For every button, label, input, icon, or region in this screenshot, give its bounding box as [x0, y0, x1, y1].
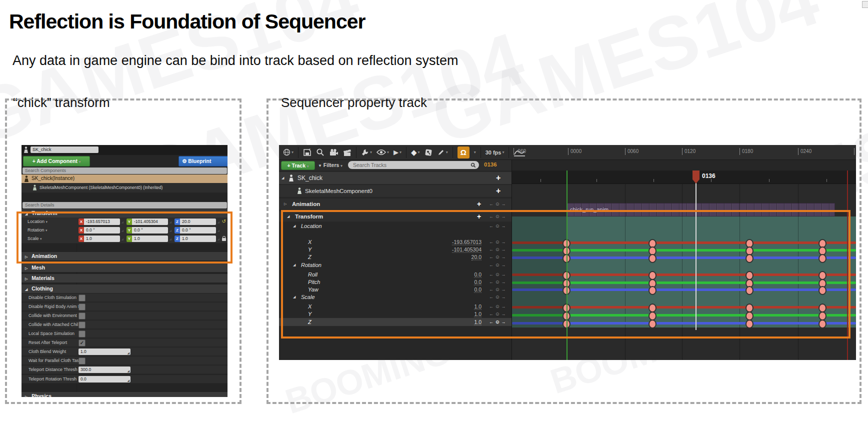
- location-z-value[interactable]: 20.0: [180, 218, 216, 225]
- ruler-tick-label[interactable]: 0180: [740, 148, 753, 155]
- key-next-icon[interactable]: →: [502, 312, 506, 316]
- section-clothing[interactable]: ◢ Clothing: [22, 284, 228, 293]
- keyframe-nav[interactable]: ←⊙→: [489, 320, 511, 324]
- key-next-icon[interactable]: →: [502, 247, 506, 252]
- ruler-tick-label[interactable]: 0300: [854, 148, 856, 155]
- key-add-icon[interactable]: ⊙: [496, 240, 500, 244]
- key-next-icon[interactable]: →: [502, 224, 506, 228]
- channel-value[interactable]: 0.0: [474, 271, 482, 278]
- track-row-channel[interactable]: Z 20.0 ←⊙→: [279, 253, 512, 260]
- rotation-x-field[interactable]: X 0.0 ° ◢: [78, 227, 124, 234]
- key-prev-icon[interactable]: ←: [489, 312, 494, 316]
- scale-x-field[interactable]: X 1.0 ◢: [78, 236, 124, 242]
- keyframe-nav[interactable]: ←⊙→: [489, 247, 511, 252]
- key-next-icon[interactable]: →: [502, 254, 506, 260]
- key-add-icon[interactable]: ⊙: [496, 294, 500, 300]
- key-next-icon[interactable]: →: [502, 304, 506, 309]
- key-prev-icon[interactable]: ←: [489, 262, 494, 268]
- key-prev-icon[interactable]: ←: [489, 280, 494, 284]
- section-transform[interactable]: ◢ Transform: [22, 209, 228, 218]
- scale-z-field[interactable]: Z 1.0 ◢: [174, 236, 220, 242]
- keyframe-nav[interactable]: ←⊙→: [489, 262, 511, 268]
- key-prev-icon[interactable]: ←: [489, 247, 494, 252]
- ruler-tick-label[interactable]: 0000: [568, 148, 582, 155]
- ruler-tick-label[interactable]: 0060: [625, 148, 638, 155]
- location-x-value[interactable]: -193.657013: [84, 218, 120, 225]
- track-row-channel[interactable]: Y -101.405304 ←⊙→: [279, 246, 512, 253]
- rotation-z-field[interactable]: Z 0.0 ° ◢: [174, 227, 220, 234]
- section-animation[interactable]: ▷ Animation: [22, 252, 228, 260]
- cloth-blend-weight-field[interactable]: 1.0◢: [78, 348, 130, 355]
- key-next-icon[interactable]: →: [502, 240, 506, 244]
- scale-y-field[interactable]: Y 1.0 ◢: [126, 236, 172, 242]
- location-y-value[interactable]: -101.405304: [132, 218, 168, 225]
- keyframe-nav[interactable]: ←⊙→: [489, 287, 511, 292]
- channel-value[interactable]: 1.0: [474, 319, 482, 326]
- key-prev-icon[interactable]: ←: [489, 202, 494, 206]
- key-add-icon[interactable]: ⊙: [496, 272, 500, 277]
- add-section-icon[interactable]: +: [496, 186, 500, 196]
- rotation-y-value[interactable]: 0.0 °: [132, 227, 168, 234]
- teleport-distance-field[interactable]: 300.0◢: [78, 366, 130, 373]
- rotation-x-value[interactable]: 0.0 °: [84, 227, 120, 234]
- key-prev-icon[interactable]: ←: [489, 240, 494, 244]
- search-components-input[interactable]: Search Components: [22, 168, 227, 174]
- keyframe-nav[interactable]: ←⊙→: [489, 240, 511, 244]
- key-add-icon[interactable]: ⊙: [496, 247, 500, 252]
- key-next-icon[interactable]: →: [502, 320, 506, 324]
- add-component-button[interactable]: + Add Component ▾: [23, 156, 90, 166]
- key-add-icon[interactable]: ⊙: [496, 202, 500, 206]
- channel-value[interactable]: 20.0: [472, 254, 482, 260]
- scale-y-value[interactable]: 1.0: [132, 236, 168, 242]
- track-row-channel[interactable]: X 1.0 ←⊙→: [279, 302, 512, 310]
- track-row-channel[interactable]: Y 1.0 ←⊙→: [279, 310, 512, 318]
- track-row-component[interactable]: SkeletalMeshComponent0 +: [279, 185, 512, 197]
- checkbox[interactable]: [78, 294, 86, 302]
- location-y-field[interactable]: Y -101.405304 ◢: [126, 218, 172, 225]
- track-row-animation[interactable]: ▷ Animation + ←⊙→: [279, 198, 512, 210]
- track-row-location[interactable]: ◢ Location ←⊙→: [279, 222, 512, 230]
- channel-value[interactable]: 0.0: [474, 286, 482, 292]
- track-row-channel[interactable]: Pitch 0.0 ←⊙→: [279, 278, 512, 286]
- key-prev-icon[interactable]: ←: [489, 320, 494, 324]
- keyframe-nav[interactable]: ←⊙→: [489, 304, 511, 309]
- key-add-icon[interactable]: ⊙: [496, 214, 500, 219]
- key-prev-icon[interactable]: ←: [489, 294, 494, 300]
- track-row-channel[interactable]: Yaw 0.0 ←⊙→: [279, 286, 512, 293]
- reset-to-default-icon[interactable]: ↺: [222, 218, 226, 224]
- channel-value[interactable]: -193.657013: [452, 238, 482, 245]
- checkbox[interactable]: [78, 358, 86, 364]
- section-materials[interactable]: ▷ Materials: [22, 274, 228, 282]
- blueprint-button[interactable]: ⚙ Blueprint: [178, 156, 228, 166]
- key-next-icon[interactable]: →: [502, 262, 506, 268]
- track-row-channel-selected[interactable]: Z 1.0 ←⊙→: [279, 318, 512, 326]
- keyframe-nav[interactable]: ←⊙→: [489, 294, 511, 300]
- actor-name-field[interactable]: SK_chick: [30, 146, 98, 153]
- key-next-icon[interactable]: →: [502, 280, 506, 284]
- track-row-channel[interactable]: Roll 0.0 ←⊙→: [279, 270, 512, 278]
- keyframe-nav[interactable]: ←⊙→: [489, 224, 511, 228]
- checkbox[interactable]: [78, 312, 86, 320]
- key-add-icon[interactable]: ⊙: [496, 320, 500, 324]
- scale-z-value[interactable]: 1.0: [180, 236, 216, 242]
- checkbox[interactable]: [78, 304, 86, 310]
- channel-value[interactable]: -101.405304: [452, 246, 482, 252]
- key-prev-icon[interactable]: ←: [489, 224, 494, 228]
- key-add-icon[interactable]: ⊙: [496, 312, 500, 316]
- keyframe-nav[interactable]: ←⊙→: [489, 280, 511, 284]
- section-physics[interactable]: ▷ Physics: [22, 392, 228, 397]
- key-add-icon[interactable]: ⊙: [496, 254, 500, 260]
- track-row-transform[interactable]: ◢ Transform + ←⊙→: [279, 212, 512, 222]
- key-add-icon[interactable]: ⊙: [496, 224, 500, 228]
- key-next-icon[interactable]: →: [502, 287, 506, 292]
- keyframe-nav[interactable]: ←⊙→: [489, 254, 511, 260]
- keyframe-nav[interactable]: ←⊙→: [489, 272, 511, 277]
- key-next-icon[interactable]: →: [502, 294, 506, 300]
- ruler-tick-label[interactable]: -060: [514, 148, 526, 155]
- keyframe-nav[interactable]: ←⊙→: [489, 214, 511, 219]
- key-add-icon[interactable]: ⊙: [496, 304, 500, 309]
- channel-value[interactable]: 1.0: [474, 303, 482, 310]
- component-tree-skeletalmesh-row[interactable]: SkeletalMeshComponent (SkeletalMeshCompo…: [22, 183, 228, 192]
- key-next-icon[interactable]: →: [502, 214, 506, 219]
- key-add-icon[interactable]: ⊙: [496, 280, 500, 284]
